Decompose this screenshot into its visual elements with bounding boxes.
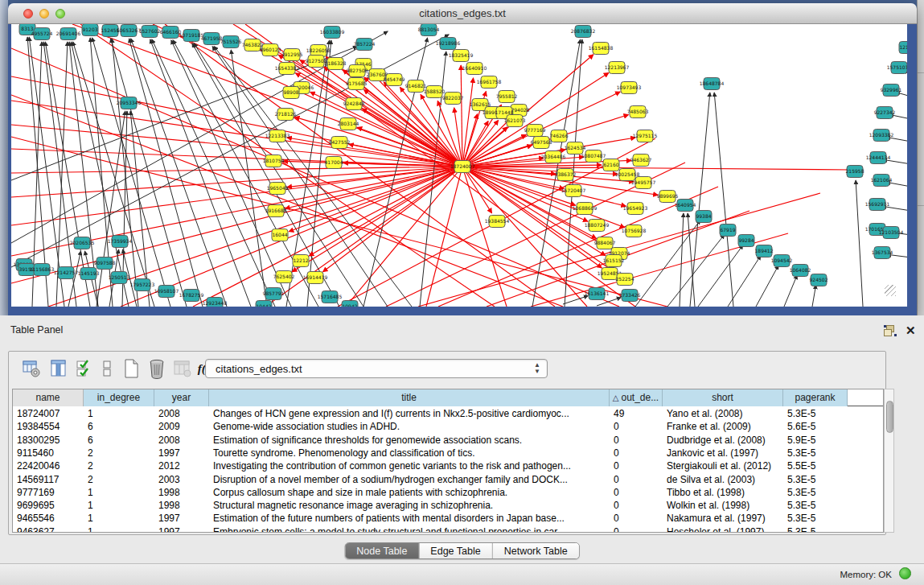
graph-node[interactable]: 12093382 xyxy=(869,130,894,142)
column-header-short[interactable]: short xyxy=(663,389,783,406)
graph-node[interactable]: 7857224 xyxy=(354,39,376,51)
graph-node[interactable]: 16136141 xyxy=(585,288,610,300)
graph-node[interactable]: 10973493 xyxy=(617,82,642,94)
column-header-title[interactable]: title xyxy=(209,389,610,406)
graph-node[interactable]: 19654923 xyxy=(623,203,648,215)
graph-node[interactable]: 924502 xyxy=(810,274,828,286)
table-row[interactable]: 1830029562008Estimation of significance … xyxy=(13,434,883,447)
graph-node[interactable]: 252254 xyxy=(616,274,634,286)
black-edge[interactable] xyxy=(882,206,907,211)
graph-node[interactable]: 10653267 xyxy=(117,25,142,37)
graph-node[interactable]: 6466160 xyxy=(160,27,182,39)
graph-node[interactable]: 17957223 xyxy=(130,279,155,291)
table-row[interactable]: 1872400712008Changes of HCN gene express… xyxy=(13,407,883,420)
graph-node[interactable]: 12212 xyxy=(293,255,309,267)
red-edge[interactable] xyxy=(461,65,462,167)
black-edge[interactable] xyxy=(756,266,778,307)
graph-node[interactable]: 62160 xyxy=(603,159,619,171)
graph-node[interactable]: 7625402 xyxy=(273,271,295,283)
red-edge[interactable] xyxy=(153,24,462,167)
graph-node[interactable]: 1615152 xyxy=(603,255,625,267)
graph-node[interactable]: 1916688 xyxy=(265,205,287,217)
select-rows-icon[interactable] xyxy=(73,357,96,380)
graph-node[interactable]: 1367534 xyxy=(872,247,893,259)
graph-node[interactable]: 15751074 xyxy=(887,62,907,74)
table-select-dropdown[interactable]: citations_edges.txt ▲▼ xyxy=(205,359,548,378)
graph-node[interactable]: 3912955 xyxy=(281,49,303,61)
black-edge[interactable] xyxy=(73,42,154,307)
graph-node[interactable]: 8186328 xyxy=(325,58,347,70)
black-edge[interactable] xyxy=(812,285,816,307)
graph-node[interactable]: 10442 xyxy=(256,301,272,307)
tab-edge-table[interactable]: Edge Table xyxy=(419,543,492,558)
table-row[interactable]: 946362711997Embryonic stem cells: a mode… xyxy=(13,525,883,533)
graph-node[interactable]: 99384 xyxy=(696,211,712,223)
red-edge[interactable] xyxy=(309,167,462,256)
graph-node[interactable]: 7386372 xyxy=(555,169,577,181)
graph-node[interactable]: 8960123 xyxy=(260,44,281,56)
graph-node[interactable]: 91203 xyxy=(82,24,98,36)
red-edge[interactable] xyxy=(462,78,474,167)
column-header-year[interactable]: year xyxy=(154,389,209,406)
graph-node[interactable]: 98908 xyxy=(283,87,299,99)
black-edge[interactable] xyxy=(111,39,187,307)
graph-node[interactable]: 1810754 xyxy=(263,155,285,167)
delete-icon[interactable] xyxy=(146,357,168,380)
graph-node[interactable]: 19384554 xyxy=(485,216,510,228)
new-file-icon[interactable] xyxy=(120,357,142,380)
black-edge[interactable] xyxy=(171,40,291,307)
graph-node[interactable]: 18807249 xyxy=(585,220,610,232)
graph-node[interactable]: 215958 xyxy=(846,166,864,178)
graph-node[interactable]: 6497568 xyxy=(531,137,552,149)
network-canvas[interactable]: 8313495572420691406912031524561065326715… xyxy=(11,24,907,307)
table-row[interactable]: 1456911722003Disruption of a novel membe… xyxy=(13,473,883,486)
graph-node[interactable]: 1145193 xyxy=(78,268,100,280)
window-titlebar[interactable]: citations_edges.txt xyxy=(8,3,917,24)
graph-node[interactable]: 18648784 xyxy=(700,78,725,90)
black-edge[interactable] xyxy=(150,39,251,307)
graph-node[interactable]: 16543382 xyxy=(275,63,300,75)
black-edge[interactable] xyxy=(698,245,743,307)
graph-node[interactable]: 9822037 xyxy=(442,93,464,105)
red-edge[interactable] xyxy=(462,120,499,167)
red-edge[interactable] xyxy=(11,167,462,283)
graph-node[interactable]: 10958107 xyxy=(154,286,179,298)
table-mode-icon[interactable] xyxy=(20,357,43,380)
table-row[interactable]: 1938455462009Genome-wide association stu… xyxy=(13,420,883,433)
graph-node[interactable]: 10807487 xyxy=(581,150,606,163)
graph-node[interactable]: 99284 xyxy=(738,235,754,247)
table-scrollbar-thumb[interactable] xyxy=(886,401,893,433)
graph-node[interactable]: 16640910 xyxy=(462,63,487,75)
red-edge[interactable] xyxy=(462,167,492,213)
graph-node[interactable]: 15692971 xyxy=(865,199,890,211)
black-edge[interactable] xyxy=(714,93,733,307)
graph-node[interactable]: 8427552 xyxy=(329,137,351,149)
graph-node[interactable]: 4955724 xyxy=(31,28,53,40)
graph-node[interactable]: 16154838 xyxy=(589,43,614,55)
column-visibility-icon[interactable] xyxy=(47,357,70,380)
graph-node[interactable]: 9884067 xyxy=(594,237,616,249)
table-row[interactable]: 911546021997Tourette syndrome. Phenomeno… xyxy=(13,447,883,459)
graph-node[interactable]: 9097588 xyxy=(94,257,116,270)
graph-node[interactable]: 12923448 xyxy=(203,298,228,307)
graph-node[interactable]: 16961758 xyxy=(477,76,502,89)
graph-node[interactable]: 189412 xyxy=(755,245,774,257)
table-row[interactable]: 2242004622012Investigating the contribut… xyxy=(13,459,883,472)
graph-node[interactable]: 417004 xyxy=(325,157,343,169)
tab-network-table[interactable]: Network Table xyxy=(493,543,579,558)
graph-node[interactable]: 7955812 xyxy=(496,91,518,103)
graph-node[interactable]: 1733426 xyxy=(619,290,641,302)
window-resize-grip[interactable] xyxy=(885,285,896,296)
black-edge[interactable] xyxy=(856,180,863,307)
graph-node[interactable]: 20876832 xyxy=(571,26,596,38)
tab-node-table[interactable]: Node Table xyxy=(345,543,419,558)
graph-node[interactable]: 17359934 xyxy=(108,236,133,248)
graph-node[interactable]: 12112 xyxy=(899,42,907,54)
column-header-out_de[interactable]: △out_de... xyxy=(610,389,663,406)
graph-node[interactable]: 16044 xyxy=(272,229,288,241)
graph-node[interactable]: 9857791 xyxy=(263,288,285,300)
table-row[interactable]: 946554611997Estimation of the future num… xyxy=(13,512,883,525)
graph-node[interactable]: 8454749 xyxy=(384,74,405,86)
graph-node[interactable]: 1621064 xyxy=(871,175,893,187)
table-row[interactable]: 977716911998Corpus callosum shape and si… xyxy=(13,486,883,499)
